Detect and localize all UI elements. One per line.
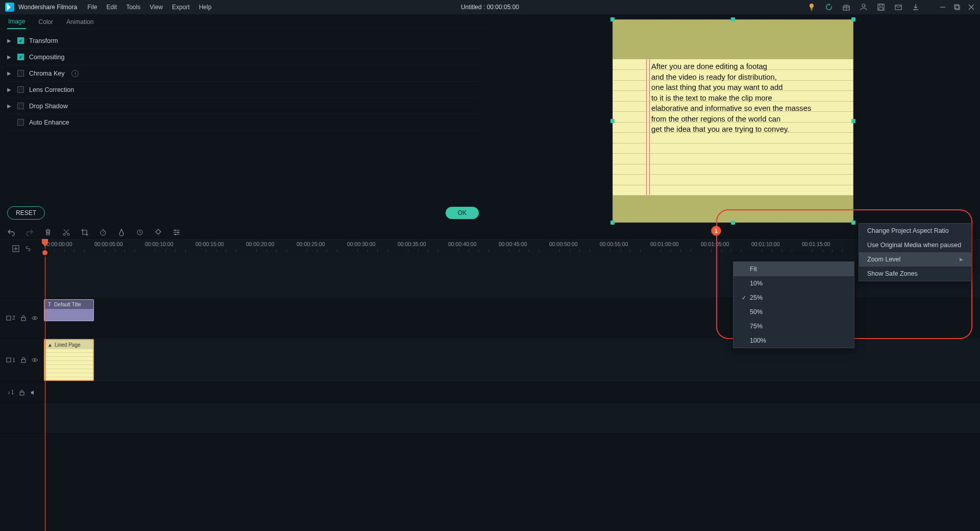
ctx-zoom-10[interactable]: 10%	[733, 276, 854, 291]
download-icon[interactable]	[912, 3, 920, 11]
refresh-icon[interactable]	[825, 3, 833, 11]
info-icon[interactable]: i	[71, 70, 79, 77]
menu-view[interactable]: View	[150, 4, 163, 11]
ctx-zoom-fit[interactable]: Fit	[733, 262, 854, 276]
ok-button[interactable]: OK	[446, 207, 479, 219]
property-lens-correction[interactable]: ▶ Lens Correction	[7, 82, 479, 98]
eye-icon[interactable]	[32, 357, 38, 363]
eye-icon[interactable]	[32, 315, 38, 321]
ctx-zoom-75[interactable]: 75%	[733, 319, 854, 333]
chevron-right-icon: ▶	[7, 38, 12, 43]
document-title: Untitled : 00:00:05:00	[461, 4, 519, 11]
property-drop-shadow[interactable]: ▶ Drop Shadow	[7, 98, 479, 114]
main-split: Image Color Animation ▶ Transform ▶ Comp…	[0, 14, 980, 225]
property-auto-enhance[interactable]: ▶ Auto Enhance	[7, 114, 479, 131]
link-icon[interactable]	[24, 245, 32, 252]
menu-tools[interactable]: Tools	[126, 4, 140, 11]
lock-icon[interactable]	[20, 357, 27, 363]
user-icon[interactable]	[860, 3, 868, 11]
svg-rect-10	[955, 6, 960, 10]
svg-point-42	[34, 359, 35, 361]
resize-handle[interactable]	[731, 17, 735, 21]
reset-button[interactable]: RESET	[7, 206, 45, 220]
menu-file[interactable]: File	[87, 4, 97, 11]
chevron-right-icon: ▶	[7, 87, 12, 92]
tab-color[interactable]: Color	[37, 15, 54, 29]
text-icon: T	[47, 302, 52, 307]
lock-icon[interactable]	[20, 315, 27, 321]
cut-icon[interactable]	[62, 228, 70, 236]
checkbox-auto-enhance[interactable]	[17, 119, 24, 126]
svg-point-20	[67, 233, 69, 235]
checkbox-lens-correction[interactable]	[17, 86, 24, 93]
undo-icon[interactable]	[7, 228, 15, 236]
clip-label: Default Title	[54, 302, 81, 307]
resize-handle[interactable]	[610, 119, 615, 123]
track-body[interactable]	[44, 403, 980, 433]
timeline: 1 00:00:00:0000:00:05:0000:00:10:0000:00…	[0, 225, 980, 531]
checkbox-transform[interactable]	[17, 37, 24, 44]
ctx-zoom-50[interactable]: 50%	[733, 305, 854, 319]
speaker-icon[interactable]	[30, 390, 36, 396]
property-label: Compositing	[29, 54, 64, 61]
close-icon[interactable]	[968, 4, 975, 11]
menu-edit[interactable]: Edit	[107, 4, 117, 11]
property-compositing[interactable]: ▶ Compositing	[7, 49, 479, 65]
ctx-label: 75%	[750, 323, 763, 330]
property-label: Drop Shadow	[29, 103, 68, 110]
redo-icon[interactable]	[26, 228, 34, 236]
ctx-zoom-100[interactable]: 100%	[733, 333, 854, 348]
chevron-right-icon: ▶	[944, 257, 963, 262]
context-menu: Change Project Aspect Ratio Use Original…	[859, 223, 972, 281]
tab-image[interactable]: Image	[7, 15, 26, 29]
delete-icon[interactable]	[44, 228, 52, 236]
menu-export[interactable]: Export	[172, 4, 190, 11]
playhead[interactable]	[45, 240, 45, 531]
settings-icon[interactable]	[173, 228, 181, 236]
resize-handle[interactable]	[610, 221, 615, 225]
track-number: 1	[12, 357, 15, 363]
property-tabs: Image Color Animation	[0, 14, 486, 30]
preview-area[interactable]: After you are done editing a footag and …	[486, 14, 980, 228]
marker-icon[interactable]	[154, 228, 162, 236]
minimize-icon[interactable]	[939, 4, 946, 11]
menu-help[interactable]: Help	[199, 4, 212, 11]
checkbox-drop-shadow[interactable]	[17, 103, 24, 109]
checkbox-chroma-key[interactable]	[17, 70, 24, 77]
track-number: 1	[11, 390, 14, 395]
resize-handle[interactable]	[851, 119, 855, 123]
track-body[interactable]	[44, 382, 980, 402]
timeline-ruler[interactable]: 00:00:00:0000:00:05:0000:00:10:0000:00:1…	[44, 240, 980, 257]
ctx-zoom-level[interactable]: Zoom Level▶	[859, 252, 971, 267]
ctx-zoom-25[interactable]: ✓25%	[733, 291, 854, 305]
ctx-use-original[interactable]: Use Original Media when paused	[859, 238, 971, 252]
checkbox-compositing[interactable]	[17, 54, 24, 60]
property-transform[interactable]: ▶ Transform	[7, 33, 479, 49]
svg-rect-40	[21, 359, 26, 363]
speed-icon[interactable]	[99, 228, 107, 236]
mail-icon[interactable]	[894, 3, 902, 11]
tips-icon[interactable]	[807, 3, 816, 11]
color-icon[interactable]	[117, 228, 126, 236]
timeline-gutter	[0, 240, 44, 257]
maximize-icon[interactable]	[953, 4, 961, 11]
clip-image[interactable]: ▲Lined Page	[44, 339, 94, 381]
resize-handle[interactable]	[610, 17, 615, 21]
annotation-badge: 1	[711, 226, 721, 236]
keyframe-icon[interactable]	[136, 228, 144, 236]
tab-animation[interactable]: Animation	[65, 15, 94, 29]
resize-handle[interactable]	[851, 221, 855, 225]
resize-handle[interactable]	[731, 221, 735, 225]
lock-icon[interactable]	[19, 390, 25, 396]
ctx-safe-zones[interactable]: Show Safe Zones	[859, 267, 971, 281]
clip-title[interactable]: TDefault Title	[44, 299, 94, 321]
property-chroma-key[interactable]: ▶ Chroma Key i	[7, 65, 479, 82]
gift-icon[interactable]	[842, 3, 850, 11]
crop-icon[interactable]	[81, 228, 89, 236]
add-track-icon[interactable]	[12, 245, 19, 252]
ctx-change-aspect[interactable]: Change Project Aspect Ratio	[859, 224, 971, 238]
playhead-handle-icon[interactable]	[41, 249, 48, 256]
resize-handle[interactable]	[851, 17, 855, 21]
save-icon[interactable]	[877, 3, 885, 11]
preview-canvas[interactable]: After you are done editing a footag and …	[612, 19, 853, 223]
